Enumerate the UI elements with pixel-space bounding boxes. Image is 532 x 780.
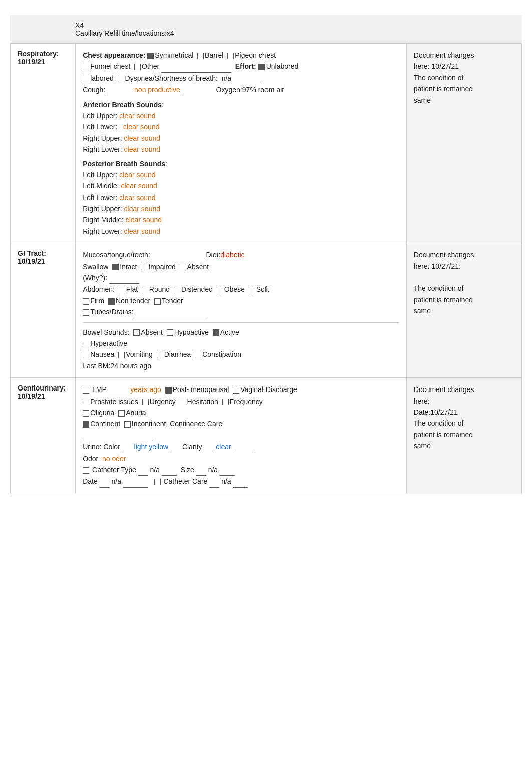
hyperactive-line: Hyperactive	[83, 338, 399, 349]
breath-value: n/a	[222, 74, 231, 82]
urgency-text: Urgency	[150, 398, 176, 406]
genitourinary-notes: Document changes here: Date:10/27/21 The…	[406, 378, 521, 494]
nausea-text: Nausea	[90, 350, 114, 358]
urgency-checkbox[interactable]	[142, 399, 149, 405]
impaired-checkbox[interactable]	[141, 264, 147, 270]
geo-notes-5: patient is remained	[414, 431, 473, 439]
left-lower-value: clear sound	[123, 123, 159, 131]
nausea-checkbox[interactable]	[83, 352, 89, 358]
impaired-text: Impaired	[148, 263, 175, 271]
firm-checkbox[interactable]	[83, 298, 89, 305]
post-right-upper-label: Right Upper:	[83, 205, 122, 213]
catheter-type-value: n/a	[150, 466, 159, 474]
post-right-lower-value: clear sound	[124, 227, 160, 235]
labored-checkbox[interactable]	[83, 76, 89, 82]
hyperactive-checkbox[interactable]	[83, 341, 89, 347]
post-left-lower-label: Left Lower:	[83, 193, 117, 202]
continent-checkbox[interactable]	[83, 421, 89, 428]
why-blank	[109, 272, 139, 284]
continence-care-blank	[83, 430, 153, 441]
vaginal-checkbox[interactable]	[233, 387, 239, 394]
hesitation-checkbox[interactable]	[180, 399, 186, 405]
lmp-checkbox[interactable]	[83, 387, 89, 394]
geo-notes-4: The condition of	[414, 419, 464, 427]
prostate-checkbox[interactable]	[83, 399, 89, 405]
anuria-checkbox[interactable]	[118, 410, 125, 417]
distended-checkbox[interactable]	[174, 287, 180, 293]
diarrhea-checkbox[interactable]	[157, 352, 163, 358]
catheter-type-checkbox[interactable]	[83, 467, 89, 474]
barrel-checkbox[interactable]	[197, 53, 204, 59]
geo-notes-2: here:	[414, 397, 430, 405]
diet-value: diabetic	[220, 251, 244, 259]
urine-color-blank1	[122, 441, 132, 453]
right-upper-label: Right Upper:	[83, 134, 122, 142]
genitourinary-content: LMP years ago Post- menopausal Vaginal D…	[76, 378, 407, 494]
anterior-section: Anterior Breath Sounds: Left Upper: clea…	[83, 99, 399, 155]
constipation-checkbox[interactable]	[195, 352, 201, 358]
absent-checkbox[interactable]	[180, 264, 186, 270]
bs-hypoactive-checkbox[interactable]	[167, 329, 173, 336]
catheter-care-blank1	[209, 476, 219, 487]
funnel-checkbox[interactable]	[83, 64, 89, 70]
urine-color-value: light yellow	[134, 443, 168, 451]
dyspnea-checkbox[interactable]	[118, 76, 124, 82]
tubes-checkbox[interactable]	[83, 309, 89, 316]
vaginal-text: Vaginal Discharge	[240, 385, 297, 394]
anuria-text: Anuria	[126, 409, 146, 417]
other-checkbox[interactable]	[134, 64, 141, 70]
postmeno-checkbox[interactable]	[165, 387, 172, 394]
lmp-value: years ago	[130, 385, 161, 394]
chest-appearance-label: Chest appearance:	[83, 51, 145, 59]
breath-blank: n/a	[222, 73, 262, 84]
diarrhea-text: Diarrhea	[164, 350, 191, 358]
soft-checkbox[interactable]	[249, 287, 255, 293]
flat-checkbox[interactable]	[119, 287, 125, 293]
cough-value: non productive	[134, 86, 180, 94]
unlabored-checkbox[interactable]	[258, 64, 265, 70]
size-blank1	[196, 464, 206, 476]
catheter-care-blank2	[233, 476, 248, 487]
non-tender-checkbox[interactable]	[108, 298, 115, 305]
incontinent-checkbox[interactable]	[124, 421, 131, 428]
labored-line: labored Dyspnea/Shortness of breath: n/a	[83, 73, 399, 84]
date-label: Date	[83, 477, 98, 485]
genitourinary-label: Genitourinary	[18, 384, 64, 392]
bs-absent-checkbox[interactable]	[133, 329, 140, 336]
catheter-care-label: Catheter Care	[163, 477, 207, 485]
symmetrical-checkbox[interactable]	[147, 53, 154, 59]
symmetrical-text: Symmetrical	[155, 51, 193, 59]
round-checkbox[interactable]	[142, 287, 148, 293]
tender-checkbox[interactable]	[154, 298, 161, 305]
date-catheter-line: Date n/a Catheter Care n/a	[83, 476, 399, 487]
cough-blank1	[107, 84, 132, 96]
posterior-label: Posterior Breath Sounds	[83, 160, 165, 168]
top-line2: Capillary Refill time/locations:x4	[75, 29, 512, 37]
intact-checkbox[interactable]	[112, 264, 119, 270]
catheter-type-blank2	[162, 464, 177, 476]
right-lower-value: clear sound	[124, 145, 160, 153]
pigeon-checkbox[interactable]	[227, 53, 234, 59]
urine-color-label: Urine: Color	[83, 443, 120, 451]
frequency-checkbox[interactable]	[222, 399, 229, 405]
clarity-label: Clarity	[182, 443, 202, 451]
absent-text: Absent	[187, 263, 209, 271]
diet-label: Diet:	[206, 251, 220, 259]
abdomen-line: Abdomen: Flat Round Distended Obese Soft	[83, 284, 399, 295]
post-left-lower-value: clear sound	[119, 193, 155, 202]
obese-checkbox[interactable]	[217, 287, 223, 293]
tender-text: Tender	[162, 297, 183, 305]
bowel-line: Bowel Sounds: Absent Hypoactive Active	[83, 327, 399, 338]
top-line1: X4	[75, 21, 512, 29]
page: X4 Capillary Refill time/locations:x4 Re…	[0, 0, 532, 509]
tubes-blank	[136, 306, 206, 318]
clarity-blank2	[233, 441, 253, 453]
barrel-text: Barrel	[205, 51, 223, 59]
vomiting-checkbox[interactable]	[118, 352, 125, 358]
bs-active-checkbox[interactable]	[213, 329, 219, 336]
oliguria-checkbox[interactable]	[83, 410, 89, 417]
date-blank1	[100, 476, 110, 487]
last-bm-text: Last BM:24 hours ago	[83, 362, 151, 370]
resp-notes-3: The condition of	[414, 74, 464, 82]
catheter-care-checkbox[interactable]	[154, 479, 161, 485]
